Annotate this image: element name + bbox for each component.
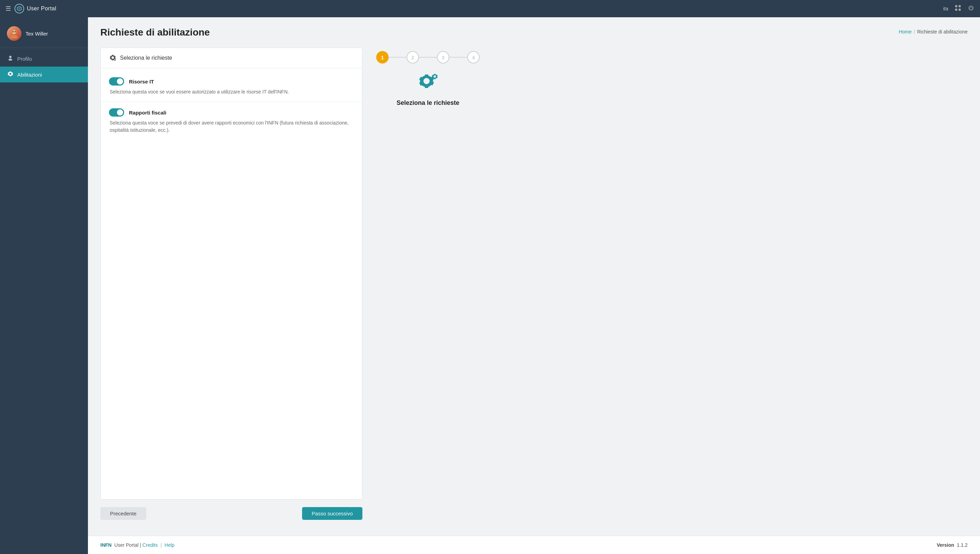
stepper-step-4: 4 [467,51,480,64]
logo-circle [14,4,24,13]
page-title: Richieste di abilitazione [100,27,210,38]
main-area: Tex Willer Profilo Abilitazioni [0,17,980,554]
form-section-risorse-it: Risorse IT Seleziona questa voce se vuoi… [101,71,362,102]
top-bar-right: ita [943,5,974,13]
footer-sep1: | [160,542,162,548]
power-button[interactable] [967,5,974,13]
form-card-header: Seleziona le richieste [101,48,362,68]
footer: INFN User Portal | Credits | Help Versio… [88,536,980,554]
section-title-row-1: Risorse IT [109,77,354,86]
form-header-icon [109,54,116,62]
content-area: Richieste di abilitazione Home / Richies… [88,17,980,554]
toggle-risorse-it-slider [109,77,124,86]
sidebar-item-profilo[interactable]: Profilo [0,51,88,67]
language-selector[interactable]: ita [943,6,948,11]
stepper-label: Seleziona le richieste [396,99,459,107]
footer-credits-link[interactable]: Credits [142,542,158,548]
breadcrumb-current: Richieste di abilitazione [917,29,967,35]
sidebar-item-abilitazioni[interactable]: Abilitazioni [0,67,88,83]
stepper-step-3: 3 [437,51,449,64]
btn-back[interactable]: Precedente [100,507,146,520]
section-desc-rapporti-fiscali: Seleziona questa voce se prevedi di dove… [109,119,354,134]
form-column: Seleziona le richieste Risors [100,48,363,523]
profilo-icon [8,55,13,62]
svg-rect-0 [955,5,957,7]
grid-icon [955,5,961,11]
stepper-gear-icon [415,73,440,94]
section-title-row-2: Rapporti fiscali [109,108,354,116]
svg-point-8 [9,56,12,58]
content-header: Richieste di abilitazione Home / Richies… [88,17,980,41]
app-title: User Portal [27,6,57,12]
breadcrumb-home-link[interactable]: Home [899,29,912,35]
section-desc-risorse-it: Seleziona questa voce se vuoi essere aut… [109,88,354,96]
toggle-risorse-it[interactable] [109,77,124,86]
stepper-line-3 [449,57,467,57]
footer-version: Version 1.1.2 [937,542,967,548]
sidebar-user: Tex Willer [0,21,88,48]
sidebar-item-label-abilitazioni: Abilitazioni [17,72,42,78]
form-card: Seleziona le richieste Risors [100,48,363,500]
toggle-rapporti-fiscali-slider [109,108,124,116]
form-section-rapporti-fiscali: Rapporti fiscali Seleziona questa voce s… [101,102,362,140]
svg-rect-2 [955,9,957,11]
svg-point-9 [9,59,13,61]
form-card-body: Risorse IT Seleziona questa voce se vuoi… [101,68,362,499]
abilitazioni-icon [8,71,13,78]
form-actions: Precedente Passo successivo [100,500,363,523]
footer-portal-text: User Portal | [113,542,141,548]
stepper-icon [415,73,440,95]
svg-point-7 [14,31,16,32]
footer-version-number: 1.1.2 [956,542,967,548]
sidebar: Tex Willer Profilo Abilitazioni [0,17,88,554]
footer-left: INFN User Portal | Credits | Help [100,542,175,548]
sidebar-nav: Profilo Abilitazioni [0,51,88,83]
sidebar-username: Tex Willer [25,31,48,37]
breadcrumb-separator: / [914,29,915,35]
app-logo: User Portal [14,4,57,13]
sidebar-item-label-profilo: Profilo [17,56,32,62]
footer-version-label: Version [937,542,954,548]
svg-rect-3 [959,9,961,11]
svg-point-6 [13,31,14,32]
btn-next[interactable]: Passo successivo [302,507,363,520]
toggle-rapporti-fiscali[interactable] [109,108,124,116]
stepper-line-2 [419,57,437,57]
stepper-step-1: 1 [376,51,389,64]
hamburger-button[interactable]: ☰ [6,5,11,13]
top-bar-left: ☰ User Portal [6,4,57,13]
breadcrumb: Home / Richieste di abilitazione [899,29,967,35]
avatar-image [7,26,21,41]
content-body: Seleziona le richieste Risors [88,41,980,536]
avatar-svg [9,29,19,38]
logo-icon [17,6,22,11]
svg-rect-1 [959,5,961,7]
power-icon [967,5,974,11]
stepper-step-2: 2 [407,51,419,64]
stepper-steps: 1 2 3 4 [376,51,480,64]
section-title-risorse-it: Risorse IT [129,79,154,84]
stepper: 1 2 3 4 [376,48,480,523]
form-card-title: Seleziona le richieste [120,55,172,61]
footer-brand: INFN [100,542,112,548]
svg-point-5 [11,35,18,38]
section-title-rapporti-fiscali: Rapporti fiscali [129,110,166,116]
stepper-line-1 [389,57,407,57]
avatar [7,26,21,41]
footer-help-link[interactable]: Help [164,542,175,548]
top-bar: ☰ User Portal ita [0,0,980,17]
grid-button[interactable] [955,5,961,13]
